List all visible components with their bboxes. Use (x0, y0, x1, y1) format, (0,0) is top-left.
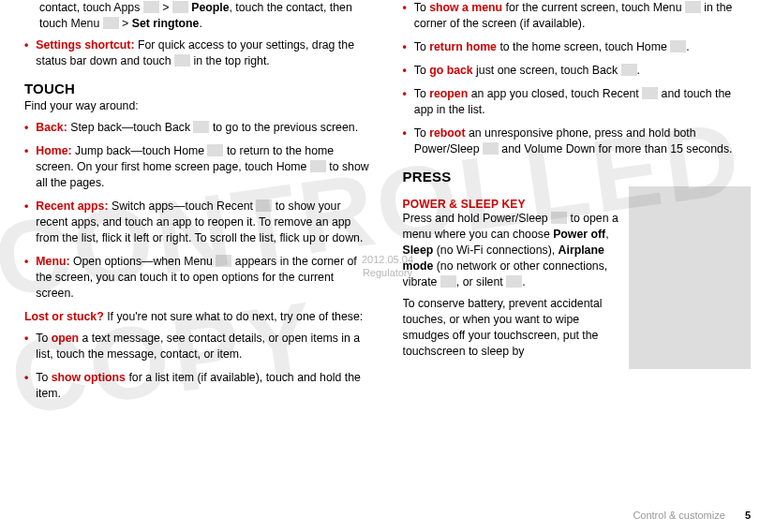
left-column: contact, touch Apps > People, touch the … (9, 0, 388, 409)
ringtone-line: contact, touch Apps > People, touch the … (24, 0, 373, 32)
home-icon (207, 144, 223, 156)
content-columns: contact, touch Apps > People, touch the … (0, 0, 775, 409)
bullet-dot: • (24, 37, 28, 69)
bullet-settings-shortcut: • Settings shortcut: For quick access to… (24, 37, 373, 69)
menu-icon (103, 17, 119, 29)
phone-screenshot-placeholder (629, 186, 751, 369)
menu-icon (685, 1, 701, 13)
recent-icon (642, 87, 658, 99)
touch-sub: Find your way around: (24, 98, 373, 114)
bullet-open: • To open a text message, see contact de… (24, 331, 373, 362)
bullet-return-home: • To return home to the home screen, tou… (403, 39, 752, 55)
settings-icon (174, 54, 190, 66)
recent-icon (256, 200, 272, 212)
bullet-show-options: • To show options for a list item (if av… (24, 370, 373, 402)
vibrate-icon (440, 275, 456, 288)
right-column: • To show a menu for the current screen,… (388, 0, 767, 409)
people-icon (172, 1, 188, 13)
apps-icon (143, 1, 159, 13)
silent-icon (506, 275, 522, 288)
power-icon (483, 142, 499, 155)
page-footer: Control & customize 5 (633, 510, 751, 521)
menu-icon (216, 255, 231, 267)
power-icon (551, 212, 567, 224)
press-heading: PRESS (403, 169, 752, 185)
section-name: Control & customize (633, 510, 724, 521)
page-number: 5 (745, 510, 751, 521)
touch-heading: TOUCH (24, 81, 373, 96)
home-icon (310, 160, 326, 172)
bullet-show-menu: • To show a menu for the current screen,… (403, 0, 752, 32)
bullet-reboot: • To reboot an unresponsive phone, press… (403, 126, 752, 157)
back-icon (193, 121, 209, 133)
bullet-menu: • Menu: Open options—when Menu appears i… (24, 254, 373, 302)
bullet-reopen: • To reopen an app you closed, touch Rec… (403, 86, 752, 118)
bullet-home: • Home: Jump back—touch Home to return t… (24, 143, 373, 191)
bullet-go-back: • To go back just one screen, touch Back… (403, 63, 752, 79)
bullet-back: • Back: Step back—touch Back to go to th… (24, 120, 373, 136)
back-icon (621, 64, 637, 76)
bullet-recent: • Recent apps: Switch apps—touch Recent … (24, 199, 373, 246)
home-icon (670, 40, 686, 52)
lost-or-stuck: Lost or stuck? If you're not sure what t… (24, 309, 373, 325)
